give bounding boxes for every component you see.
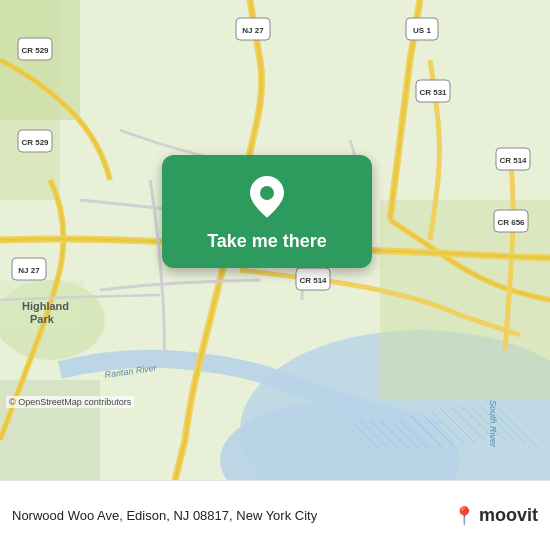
moovit-pin-icon: 📍 — [453, 505, 475, 527]
svg-text:CR 656: CR 656 — [497, 218, 525, 227]
svg-text:CR 514: CR 514 — [299, 276, 327, 285]
address-text: Norwood Woo Ave, Edison, NJ 08817, New Y… — [12, 508, 453, 523]
take-me-there-button[interactable]: Take me there — [162, 155, 372, 268]
svg-text:Highland: Highland — [22, 300, 69, 312]
svg-text:CR 529: CR 529 — [21, 46, 49, 55]
bottom-bar: Norwood Woo Ave, Edison, NJ 08817, New Y… — [0, 480, 550, 550]
svg-text:CR 514: CR 514 — [499, 156, 527, 165]
svg-text:Park: Park — [30, 313, 55, 325]
svg-text:NJ 27: NJ 27 — [242, 26, 264, 35]
svg-rect-4 — [0, 0, 60, 200]
moovit-logo: 📍 moovit — [453, 505, 538, 527]
attribution-text: © OpenStreetMap contributors — [9, 397, 131, 407]
button-label: Take me there — [207, 231, 327, 252]
map-container: CR 529 CR 529 NJ 27 US 1 CR 531 CR 514 C… — [0, 0, 550, 480]
moovit-brand-text: moovit — [479, 505, 538, 526]
svg-text:NJ 27: NJ 27 — [18, 266, 40, 275]
map-attribution: © OpenStreetMap contributors — [6, 396, 134, 408]
location-pin-icon — [247, 173, 287, 221]
svg-point-47 — [260, 186, 274, 200]
svg-text:CR 531: CR 531 — [419, 88, 447, 97]
svg-text:CR 529: CR 529 — [21, 138, 49, 147]
svg-text:US 1: US 1 — [413, 26, 431, 35]
